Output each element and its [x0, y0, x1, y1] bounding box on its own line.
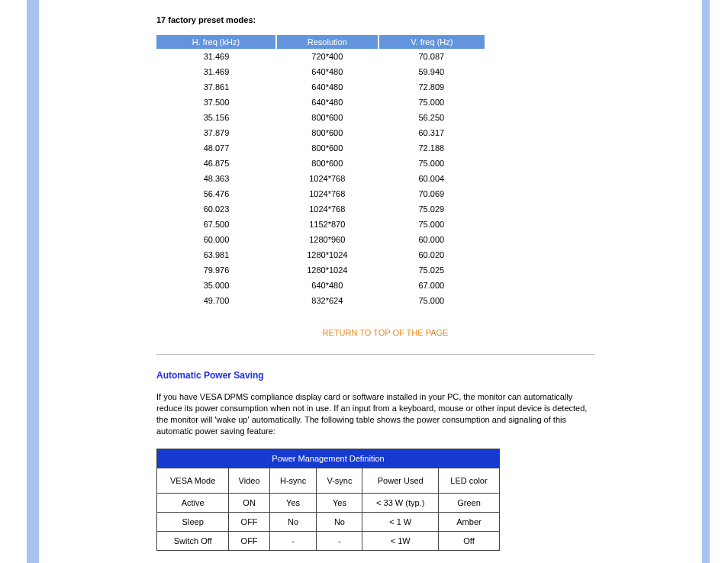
cell: 60.020 [378, 247, 485, 262]
cell: 46.875 [156, 156, 276, 171]
cell: < 1W [362, 532, 439, 551]
power-management-table: Power Management Definition VESA Mode Vi… [156, 449, 500, 551]
cell: 832*624 [276, 293, 378, 308]
cell: < 1 W [362, 513, 439, 532]
preset-header-row: H. freq (kHz) Resolution V. freq (Hz) [156, 35, 485, 49]
pm-header-row: VESA Mode Video H-sync V-sync Power Used… [157, 468, 500, 494]
cell: 48.363 [156, 171, 276, 186]
content-area: 17 factory preset modes: H. freq (kHz) R… [156, 15, 614, 551]
cell: 75.000 [378, 293, 485, 308]
cell: Off [438, 532, 499, 551]
power-saving-paragraph: If you have VESA DPMS compliance display… [156, 391, 595, 436]
cell: 70.087 [378, 49, 485, 64]
cell: 800*600 [276, 110, 378, 125]
cell: Amber [438, 513, 499, 532]
table-row: Switch OffOFF--< 1WOff [157, 532, 500, 551]
left-decoration-bar [27, 0, 39, 563]
table-row: 49.700832*62475.000 [156, 293, 485, 308]
cell: 1280*1024 [276, 247, 378, 262]
cell: 56.476 [156, 186, 276, 201]
table-row: 48.077800*60072.188 [156, 140, 485, 156]
cell: < 33 W (typ.) [362, 494, 439, 513]
cell: 35.156 [156, 110, 276, 125]
cell: 56.250 [378, 110, 485, 125]
cell: 63.981 [156, 247, 276, 262]
cell: 60.317 [378, 125, 485, 140]
cell: 70.069 [378, 186, 485, 201]
cell: OFF [229, 532, 269, 551]
cell: No [317, 513, 362, 532]
table-row: 37.879800*60060.317 [156, 125, 485, 140]
cell: 75.029 [378, 201, 485, 217]
pm-col-led: LED color [438, 468, 499, 494]
table-row: 37.500640*48075.000 [156, 95, 485, 110]
col-vfreq: V. freq (Hz) [378, 35, 485, 49]
cell: Green [438, 494, 499, 513]
cell: 48.077 [156, 140, 276, 156]
table-row: 79.9761280*102475.025 [156, 262, 485, 278]
table-row: 35.156800*60056.250 [156, 110, 485, 125]
preset-modes-table: H. freq (kHz) Resolution V. freq (Hz) 31… [156, 35, 485, 308]
table-row: SleepOFFNoNo< 1 WAmber [157, 513, 500, 532]
table-row: 60.0231024*76875.029 [156, 201, 485, 217]
cell: 67.500 [156, 217, 276, 232]
table-row: 60.0001280*96060.000 [156, 232, 485, 247]
cell: 67.000 [378, 278, 485, 293]
right-decoration-bar [702, 0, 710, 563]
pm-title-cell: Power Management Definition [157, 449, 500, 468]
power-saving-title: Automatic Power Saving [156, 370, 614, 381]
cell: 72.809 [378, 79, 485, 95]
cell: OFF [229, 513, 269, 532]
cell: - [317, 532, 362, 551]
cell: Yes [269, 494, 317, 513]
cell: 37.879 [156, 125, 276, 140]
cell: ON [229, 494, 269, 513]
table-row: 37.861640*48072.809 [156, 79, 485, 95]
cell: 1280*1024 [276, 262, 378, 278]
table-row: 48.3631024*76860.004 [156, 171, 485, 186]
table-row: ActiveONYesYes< 33 W (typ.)Green [157, 494, 500, 513]
table-row: 56.4761024*76870.069 [156, 186, 485, 201]
cell: 60.023 [156, 201, 276, 217]
pm-col-vsync: V-sync [317, 468, 362, 494]
cell: 31.469 [156, 49, 276, 64]
cell: 640*480 [276, 64, 378, 79]
table-row: 31.469640*48059.940 [156, 64, 485, 79]
cell: 60.000 [156, 232, 276, 247]
cell: 31.469 [156, 64, 276, 79]
table-row: 63.9811280*102460.020 [156, 247, 485, 262]
pm-col-mode: VESA Mode [157, 468, 229, 494]
cell: 800*600 [276, 140, 378, 156]
cell: 35.000 [156, 278, 276, 293]
cell: Sleep [157, 513, 229, 532]
table-row: 67.5001152*87075.000 [156, 217, 485, 232]
cell: 640*480 [276, 95, 378, 110]
cell: 75.025 [378, 262, 485, 278]
cell: 49.700 [156, 293, 276, 308]
cell: 720*400 [276, 49, 378, 64]
cell: 1152*870 [276, 217, 378, 232]
table-row: 31.469720*40070.087 [156, 49, 485, 64]
col-resolution: Resolution [276, 35, 378, 49]
return-to-top-link[interactable]: RETURN TO TOP OF THE PAGE [156, 328, 614, 337]
cell: 800*600 [276, 156, 378, 171]
cell: 75.000 [378, 95, 485, 110]
cell: 1280*960 [276, 232, 378, 247]
cell: 75.000 [378, 156, 485, 171]
cell: 37.500 [156, 95, 276, 110]
cell: 59.940 [378, 64, 485, 79]
table-row: 46.875800*60075.000 [156, 156, 485, 171]
cell: 640*480 [276, 79, 378, 95]
cell: 75.000 [378, 217, 485, 232]
separator [156, 354, 595, 355]
pm-col-power: Power Used [362, 468, 439, 494]
cell: Switch Off [157, 532, 229, 551]
cell: 1024*768 [276, 186, 378, 201]
cell: - [269, 532, 317, 551]
pm-title-row: Power Management Definition [157, 449, 500, 468]
cell: 79.976 [156, 262, 276, 278]
pm-col-video: Video [229, 468, 269, 494]
cell: No [269, 513, 317, 532]
cell: 1024*768 [276, 171, 378, 186]
cell: 37.861 [156, 79, 276, 95]
